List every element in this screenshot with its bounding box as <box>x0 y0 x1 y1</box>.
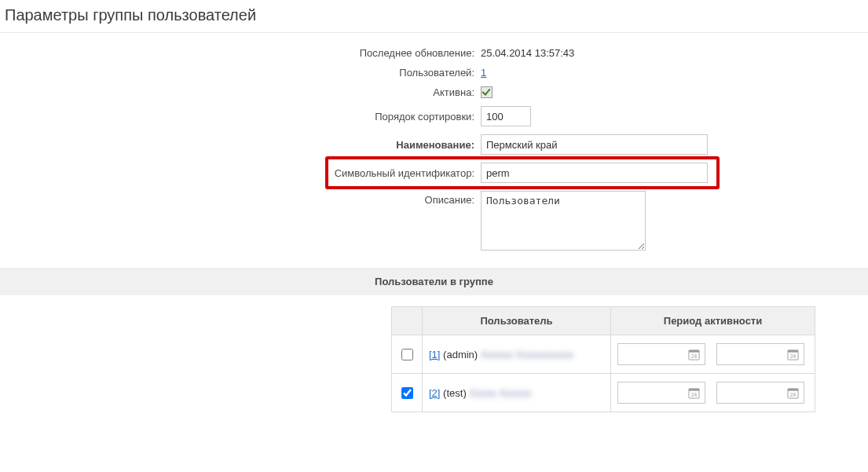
svg-rect-7 <box>689 388 699 390</box>
svg-text:24: 24 <box>691 392 698 397</box>
row-checkbox[interactable] <box>401 387 413 399</box>
symid-label: Символьный идентификатор: <box>0 167 481 179</box>
calendar-icon: 24 <box>688 387 700 399</box>
section-users-in-group: Пользователи в группе <box>0 268 868 295</box>
last-update-label: Последнее обновление: <box>0 47 481 59</box>
users-count-link[interactable]: 1 <box>481 67 486 79</box>
date-from-field[interactable]: 24 <box>617 343 705 365</box>
svg-rect-10 <box>788 388 798 390</box>
date-from-field[interactable]: 24 <box>617 382 705 404</box>
sort-input[interactable] <box>481 106 531 126</box>
user-id-link[interactable]: [1] <box>429 349 440 360</box>
users-table: Пользователь Период активности [1] (admi… <box>391 306 815 412</box>
user-cell: [1] (admin) Xxxxxx Xxxxxxxxxxx <box>423 335 611 374</box>
col-header-check <box>392 307 423 335</box>
form-area: Последнее обновление: 25.04.2014 13:57:4… <box>0 47 868 251</box>
table-row: [2] (test) Xxxxx Xxxxxx 24 24 <box>392 374 815 412</box>
date-to-field[interactable]: 24 <box>716 382 804 404</box>
svg-text:24: 24 <box>789 353 796 359</box>
desc-label: Описание: <box>0 191 481 206</box>
svg-rect-4 <box>788 349 798 352</box>
name-label: Наименование: <box>0 139 481 151</box>
svg-text:24: 24 <box>691 353 698 359</box>
user-id-link[interactable]: [2] <box>429 387 440 399</box>
table-row: [1] (admin) Xxxxxx Xxxxxxxxxxx 24 24 <box>392 335 815 374</box>
calendar-icon: 24 <box>688 349 700 360</box>
symid-input[interactable] <box>481 163 708 183</box>
active-label: Активна: <box>0 86 481 98</box>
page-title: Параметры группы пользователей <box>0 0 868 33</box>
calendar-icon: 24 <box>787 387 799 399</box>
name-input[interactable] <box>481 134 708 155</box>
svg-text:24: 24 <box>789 392 796 397</box>
calendar-icon: 24 <box>787 349 799 360</box>
user-name-blurred: Xxxxx Xxxxxx <box>469 387 531 399</box>
sort-label: Порядок сортировки: <box>0 111 481 123</box>
user-login: (test) <box>443 387 467 399</box>
users-count-label: Пользователей: <box>0 67 481 79</box>
col-header-user: Пользователь <box>423 307 611 335</box>
user-name-blurred: Xxxxxx Xxxxxxxxxxx <box>481 349 573 360</box>
user-login: (admin) <box>443 349 478 360</box>
svg-rect-1 <box>689 349 699 352</box>
date-to-field[interactable]: 24 <box>716 343 804 365</box>
desc-textarea[interactable] <box>481 191 646 251</box>
col-header-period: Период активности <box>611 307 815 335</box>
user-cell: [2] (test) Xxxxx Xxxxxx <box>423 374 611 412</box>
last-update-value: 25.04.2014 13:57:43 <box>481 47 868 59</box>
row-checkbox[interactable] <box>401 349 413 360</box>
active-checkbox[interactable] <box>481 86 493 98</box>
